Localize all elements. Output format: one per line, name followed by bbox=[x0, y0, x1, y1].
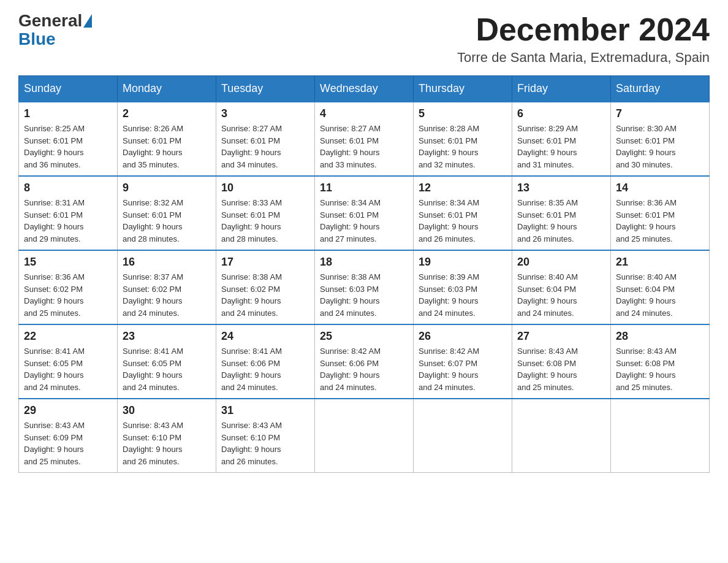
day-number: 16 bbox=[123, 256, 211, 269]
calendar-cell: 26Sunrise: 8:42 AMSunset: 6:07 PMDayligh… bbox=[414, 324, 512, 399]
calendar-cell: 12Sunrise: 8:34 AMSunset: 6:01 PMDayligh… bbox=[414, 176, 512, 250]
day-number: 31 bbox=[221, 404, 309, 417]
day-info: Sunrise: 8:38 AMSunset: 6:02 PMDaylight:… bbox=[221, 271, 309, 319]
calendar-cell: 21Sunrise: 8:40 AMSunset: 6:04 PMDayligh… bbox=[611, 250, 710, 324]
col-saturday: Saturday bbox=[611, 76, 710, 102]
day-number: 14 bbox=[616, 182, 704, 194]
day-number: 15 bbox=[24, 256, 112, 269]
day-info: Sunrise: 8:41 AMSunset: 6:06 PMDaylight:… bbox=[221, 345, 309, 393]
day-info: Sunrise: 8:36 AMSunset: 6:02 PMDaylight:… bbox=[24, 271, 112, 319]
calendar-cell: 16Sunrise: 8:37 AMSunset: 6:02 PMDayligh… bbox=[118, 250, 216, 324]
day-info: Sunrise: 8:43 AMSunset: 6:08 PMDaylight:… bbox=[616, 345, 704, 393]
day-info: Sunrise: 8:43 AMSunset: 6:09 PMDaylight:… bbox=[24, 419, 112, 467]
day-number: 4 bbox=[320, 107, 408, 120]
col-friday: Friday bbox=[512, 76, 611, 102]
day-number: 21 bbox=[616, 256, 704, 269]
calendar-body: 1Sunrise: 8:25 AMSunset: 6:01 PMDaylight… bbox=[19, 102, 710, 473]
calendar-cell: 11Sunrise: 8:34 AMSunset: 6:01 PMDayligh… bbox=[315, 176, 414, 250]
calendar-cell: 29Sunrise: 8:43 AMSunset: 6:09 PMDayligh… bbox=[19, 399, 118, 473]
day-info: Sunrise: 8:30 AMSunset: 6:01 PMDaylight:… bbox=[616, 123, 704, 170]
day-info: Sunrise: 8:28 AMSunset: 6:01 PMDaylight:… bbox=[419, 123, 507, 170]
day-number: 3 bbox=[221, 107, 309, 120]
day-info: Sunrise: 8:26 AMSunset: 6:01 PMDaylight:… bbox=[123, 123, 211, 170]
day-number: 18 bbox=[320, 256, 408, 269]
col-tuesday: Tuesday bbox=[216, 76, 315, 102]
day-number: 8 bbox=[24, 182, 112, 194]
day-number: 25 bbox=[320, 330, 408, 343]
day-info: Sunrise: 8:31 AMSunset: 6:01 PMDaylight:… bbox=[24, 197, 112, 245]
day-info: Sunrise: 8:29 AMSunset: 6:01 PMDaylight:… bbox=[517, 123, 605, 170]
calendar-cell: 2Sunrise: 8:26 AMSunset: 6:01 PMDaylight… bbox=[118, 102, 216, 176]
calendar-cell bbox=[414, 399, 512, 473]
day-number: 17 bbox=[221, 256, 309, 269]
calendar-cell: 9Sunrise: 8:32 AMSunset: 6:01 PMDaylight… bbox=[118, 176, 216, 250]
calendar-cell: 7Sunrise: 8:30 AMSunset: 6:01 PMDaylight… bbox=[611, 102, 710, 176]
day-number: 9 bbox=[123, 182, 211, 194]
day-number: 6 bbox=[517, 107, 605, 120]
calendar-cell: 22Sunrise: 8:41 AMSunset: 6:05 PMDayligh… bbox=[19, 324, 118, 399]
day-info: Sunrise: 8:41 AMSunset: 6:05 PMDaylight:… bbox=[123, 345, 211, 393]
day-info: Sunrise: 8:40 AMSunset: 6:04 PMDaylight:… bbox=[517, 271, 605, 319]
day-info: Sunrise: 8:32 AMSunset: 6:01 PMDaylight:… bbox=[123, 197, 211, 245]
day-number: 23 bbox=[123, 330, 211, 343]
calendar-cell bbox=[611, 399, 710, 473]
calendar-cell: 25Sunrise: 8:42 AMSunset: 6:06 PMDayligh… bbox=[315, 324, 414, 399]
day-number: 2 bbox=[123, 107, 211, 120]
calendar-cell: 18Sunrise: 8:38 AMSunset: 6:03 PMDayligh… bbox=[315, 250, 414, 324]
calendar-week-row: 29Sunrise: 8:43 AMSunset: 6:09 PMDayligh… bbox=[19, 399, 710, 473]
calendar-week-row: 15Sunrise: 8:36 AMSunset: 6:02 PMDayligh… bbox=[19, 250, 710, 324]
day-info: Sunrise: 8:42 AMSunset: 6:07 PMDaylight:… bbox=[419, 345, 507, 393]
calendar-cell: 1Sunrise: 8:25 AMSunset: 6:01 PMDaylight… bbox=[19, 102, 118, 176]
day-info: Sunrise: 8:33 AMSunset: 6:01 PMDaylight:… bbox=[221, 197, 309, 245]
calendar-cell: 31Sunrise: 8:43 AMSunset: 6:10 PMDayligh… bbox=[216, 399, 315, 473]
day-number: 26 bbox=[419, 330, 507, 343]
day-info: Sunrise: 8:37 AMSunset: 6:02 PMDaylight:… bbox=[123, 271, 211, 319]
day-number: 27 bbox=[517, 330, 605, 343]
day-number: 29 bbox=[24, 404, 112, 417]
calendar-cell: 27Sunrise: 8:43 AMSunset: 6:08 PMDayligh… bbox=[512, 324, 611, 399]
month-title: December 2024 bbox=[457, 12, 710, 47]
logo-triangle-icon bbox=[83, 14, 92, 28]
day-number: 19 bbox=[419, 256, 507, 269]
day-number: 5 bbox=[419, 107, 507, 120]
day-number: 11 bbox=[320, 182, 408, 194]
calendar-cell: 10Sunrise: 8:33 AMSunset: 6:01 PMDayligh… bbox=[216, 176, 315, 250]
page-header: General Blue December 2024 Torre de Sant… bbox=[18, 12, 710, 66]
day-number: 1 bbox=[24, 107, 112, 120]
calendar-cell: 20Sunrise: 8:40 AMSunset: 6:04 PMDayligh… bbox=[512, 250, 611, 324]
calendar-cell: 15Sunrise: 8:36 AMSunset: 6:02 PMDayligh… bbox=[19, 250, 118, 324]
location-subtitle: Torre de Santa Maria, Extremadura, Spain bbox=[457, 50, 710, 66]
calendar-cell: 23Sunrise: 8:41 AMSunset: 6:05 PMDayligh… bbox=[118, 324, 216, 399]
day-info: Sunrise: 8:41 AMSunset: 6:05 PMDaylight:… bbox=[24, 345, 112, 393]
calendar-header-row: Sunday Monday Tuesday Wednesday Thursday… bbox=[19, 76, 710, 102]
calendar-cell: 24Sunrise: 8:41 AMSunset: 6:06 PMDayligh… bbox=[216, 324, 315, 399]
day-info: Sunrise: 8:34 AMSunset: 6:01 PMDaylight:… bbox=[419, 197, 507, 245]
day-info: Sunrise: 8:39 AMSunset: 6:03 PMDaylight:… bbox=[419, 271, 507, 319]
day-number: 22 bbox=[24, 330, 112, 343]
day-info: Sunrise: 8:27 AMSunset: 6:01 PMDaylight:… bbox=[221, 123, 309, 170]
calendar-cell: 8Sunrise: 8:31 AMSunset: 6:01 PMDaylight… bbox=[19, 176, 118, 250]
day-number: 30 bbox=[123, 404, 211, 417]
day-info: Sunrise: 8:43 AMSunset: 6:08 PMDaylight:… bbox=[517, 345, 605, 393]
calendar-cell bbox=[512, 399, 611, 473]
day-info: Sunrise: 8:35 AMSunset: 6:01 PMDaylight:… bbox=[517, 197, 605, 245]
calendar-cell: 28Sunrise: 8:43 AMSunset: 6:08 PMDayligh… bbox=[611, 324, 710, 399]
day-number: 13 bbox=[517, 182, 605, 194]
calendar-cell: 19Sunrise: 8:39 AMSunset: 6:03 PMDayligh… bbox=[414, 250, 512, 324]
title-section: December 2024 Torre de Santa Maria, Extr… bbox=[457, 12, 710, 66]
col-wednesday: Wednesday bbox=[315, 76, 414, 102]
calendar-week-row: 1Sunrise: 8:25 AMSunset: 6:01 PMDaylight… bbox=[19, 102, 710, 176]
calendar-week-row: 22Sunrise: 8:41 AMSunset: 6:05 PMDayligh… bbox=[19, 324, 710, 399]
day-info: Sunrise: 8:25 AMSunset: 6:01 PMDaylight:… bbox=[24, 123, 112, 170]
day-number: 24 bbox=[221, 330, 309, 343]
col-thursday: Thursday bbox=[414, 76, 512, 102]
calendar-table: Sunday Monday Tuesday Wednesday Thursday… bbox=[18, 75, 710, 473]
day-info: Sunrise: 8:42 AMSunset: 6:06 PMDaylight:… bbox=[320, 345, 408, 393]
day-number: 20 bbox=[517, 256, 605, 269]
calendar-cell: 17Sunrise: 8:38 AMSunset: 6:02 PMDayligh… bbox=[216, 250, 315, 324]
day-number: 12 bbox=[419, 182, 507, 194]
logo-general-text: General bbox=[18, 12, 82, 29]
day-info: Sunrise: 8:36 AMSunset: 6:01 PMDaylight:… bbox=[616, 197, 704, 245]
calendar-cell: 13Sunrise: 8:35 AMSunset: 6:01 PMDayligh… bbox=[512, 176, 611, 250]
day-info: Sunrise: 8:40 AMSunset: 6:04 PMDaylight:… bbox=[616, 271, 704, 319]
